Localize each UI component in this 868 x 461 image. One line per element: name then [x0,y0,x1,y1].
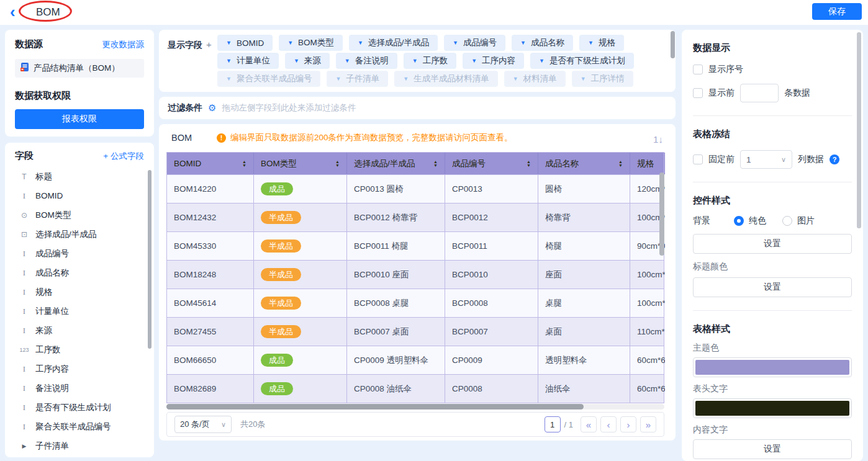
first-page-icon[interactable]: « [581,416,597,432]
sort-order-icon[interactable]: 1↓ [649,130,667,148]
fields-scrollbar[interactable] [148,170,151,349]
field-item[interactable]: I计量单位 [15,302,144,321]
preview-warning: ! 编辑界面只取数据源前200条作为查询数据预览，完整数据请访问页面查看。 [217,132,513,143]
row-limit-input[interactable] [740,84,779,102]
solid-color-radio[interactable] [734,216,744,226]
selected-datasource[interactable]: 产品结构清单（BOM） [15,59,144,78]
table-cell: 半成品 [254,289,347,317]
field-item-label: 选择成品/半成品 [35,229,96,240]
field-item[interactable]: I聚合关联半成品编号 [15,417,144,436]
table-body: BOM14220成品CP0013 圆椅CP0013圆椅120cm*BOM1243… [167,175,664,403]
next-page-icon[interactable]: › [620,416,636,432]
field-item[interactable]: T标题 [15,167,144,186]
bom-type-badge: 半成品 [261,268,301,281]
field-item[interactable]: I是否有下级生成计划 [15,398,144,417]
show-index-checkbox[interactable] [693,65,703,74]
gear-icon[interactable]: ⚙ [208,102,216,114]
report-permission-button[interactable]: 报表权限 [15,109,144,129]
display-field-chip[interactable]: ▼规格 [579,35,624,51]
table-vertical-scrollbar[interactable] [659,172,664,256]
header-text-swatch[interactable] [693,398,852,418]
table-cell: 成品 [254,175,347,203]
top-bar: ‹ BOM 保存 [0,0,868,25]
field-item[interactable]: I规格 [15,282,144,302]
table-cell: 100cm* [630,289,665,317]
title-icon: T [19,172,30,181]
table-cell: 椅靠背 [538,204,630,231]
total-count: 共20条 [240,419,265,430]
freeze-columns-checkbox[interactable] [693,154,703,164]
save-button[interactable]: 保存 [812,3,862,20]
selected-datasource-label: 产品结构清单（BOM） [34,63,120,74]
field-item-label: 子件清单 [35,441,69,452]
display-field-chip[interactable]: ▼计量单位 [217,53,279,69]
display-field-chip[interactable]: ▼工序内容 [463,53,524,69]
back-icon[interactable]: ‹ [10,1,16,22]
page-total-label: / 1 [564,420,573,429]
caret-down-icon: ▼ [453,40,458,46]
field-item[interactable]: I备注说明 [15,378,144,398]
table-cell: BOM18248 [167,261,254,289]
add-display-field-icon[interactable]: + [206,39,212,50]
sort-icon[interactable]: ▲▼ [430,160,438,167]
show-index-label: 显示序号 [708,64,743,75]
display-field-chip[interactable]: ▼成品编号 [444,35,505,51]
field-item-label: 计量单位 [35,306,69,317]
add-formula-field-link[interactable]: + 公式字段 [103,151,144,162]
prev-page-icon[interactable]: ‹ [600,416,617,432]
theme-color-swatch[interactable] [693,357,852,377]
field-item[interactable]: ⊡选择成品/半成品 [15,225,144,244]
page-size-select[interactable]: 20 条/页 ∨ [174,416,232,433]
display-field-chip[interactable]: ▼选择成品/半成品 [349,35,438,51]
settings-scrollbar[interactable] [857,32,861,228]
display-field-chip[interactable]: ▼BOMID [217,35,273,51]
sort-icon[interactable]: ▲▼ [332,160,340,167]
sort-icon[interactable]: ▲▼ [615,160,623,167]
show-first-checkbox[interactable] [693,88,703,98]
table-cell: BOM12432 [167,204,254,231]
display-field-chip[interactable]: ▼是否有下级生成计划 [530,53,633,69]
field-item[interactable]: ⊙BOM类型 [15,205,144,225]
sort-icon[interactable]: ▲▼ [523,160,531,167]
change-datasource-link[interactable]: 更改数据源 [102,39,145,50]
display-field-chip[interactable]: ▼BOM类型 [279,35,343,51]
title-color-set-button[interactable]: 设置 [693,277,852,297]
table-panel: BOM ! 编辑界面只取数据源前200条作为查询数据预览，完整数据请访问页面查看… [159,124,676,441]
help-icon[interactable]: ? [830,154,839,164]
table-cell: 油纸伞 [538,375,630,403]
sort-icon[interactable]: ▲▼ [238,160,246,167]
table-style-heading: 表格样式 [693,323,852,335]
content-text-set-button[interactable]: 设置 [693,439,852,459]
column-header[interactable]: 规格 [630,153,665,174]
column-header[interactable]: 选择成品/半成品▲▼ [347,153,445,174]
display-field-chip[interactable]: ▼来源 [285,53,330,69]
column-header[interactable]: 成品名称▲▼ [538,153,630,174]
background-set-button[interactable]: 设置 [693,234,852,254]
main-scrollbar[interactable] [671,31,675,58]
field-item[interactable]: 123工序数 [15,340,144,359]
field-item[interactable]: I来源 [15,321,144,340]
field-item[interactable]: I工序内容 [15,359,144,378]
field-item-label: 来源 [35,325,52,336]
last-page-icon[interactable]: » [640,416,656,432]
column-header[interactable]: 成品编号▲▼ [445,153,538,174]
field-item[interactable]: I成品编号 [15,244,144,263]
image-radio[interactable] [782,216,792,226]
display-field-chip[interactable]: ▼备注说明 [336,53,397,69]
text-icon: I [19,287,30,297]
freeze-count-select[interactable]: 1 ∨ [740,150,792,169]
field-item[interactable]: IBOMID [15,186,144,205]
field-item[interactable]: ▶子件清单 [15,436,144,455]
table-cell: BCP0012 [445,204,538,231]
column-header[interactable]: BOMID▲▼ [167,153,254,174]
column-header[interactable]: BOM类型▲▼ [254,153,347,174]
sort-desc-icon: ▼ [618,164,623,168]
table-horizontal-scrollbar[interactable] [166,404,584,410]
display-field-chip[interactable]: ▼成品名称 [512,35,573,51]
page-number-input[interactable]: 1 [545,416,561,432]
bom-type-badge: 半成品 [261,211,301,224]
display-field-chip[interactable]: ▼工序数 [404,53,456,69]
display-field-chip: ▼工序详情 [572,71,633,87]
sort-desc-icon: ▼ [335,164,340,168]
field-item[interactable]: I成品名称 [15,263,144,282]
